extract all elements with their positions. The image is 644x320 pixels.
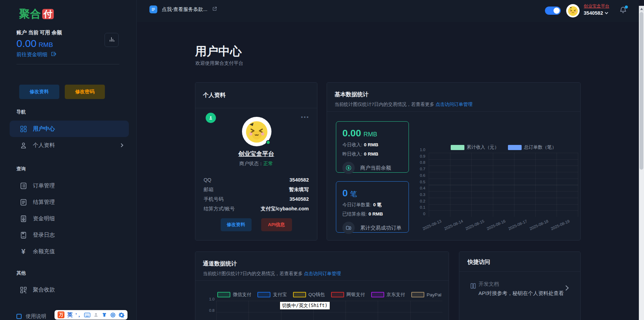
sidebar-item-login-log[interactable]: 登录日志 <box>10 227 129 243</box>
y-tick-label: 0.5 <box>420 180 425 184</box>
income-amount: 0.00 <box>342 128 361 138</box>
chevron-down-icon <box>605 11 608 14</box>
sidebar-nav: 导航用户中心个人资料查询订单管理结算管理资金明细登录日志¥余额充值其他聚合收款 <box>0 0 136 320</box>
profile-row: QQ3540582 <box>204 175 309 185</box>
y-tick-label: 0.6 <box>420 173 425 177</box>
y-tick-label: 0.1 <box>420 205 425 209</box>
toggle-knob <box>554 8 560 14</box>
topbar: 点我-查看服务条款... 创业宝盒平台 3540582 <box>137 0 639 22</box>
legend-item: 微信支付 <box>217 292 251 298</box>
legend-item: 支付宝 <box>257 292 287 298</box>
legend-swatch <box>508 145 522 150</box>
basic-chart-legend: 累计收入（元）总订单数（笔） <box>429 144 578 150</box>
page-subtitle: 欢迎使用聚合支付平台 <box>195 60 243 66</box>
manual-icon <box>16 314 22 319</box>
notification-badge <box>625 5 628 9</box>
stats-card-subtitle: 当前统计图仅统计7日内的交易情况，若查看更多 点击访问订单管理 <box>335 101 580 108</box>
sidebar-section-label: 导航 <box>16 109 26 115</box>
ime-language-indicator[interactable]: 英 <box>67 311 73 319</box>
profile-row: 邮箱暂未填写 <box>204 185 309 194</box>
y-tick-label: 0 <box>423 212 425 216</box>
gear-icon[interactable] <box>119 312 124 318</box>
sidebar-item-orders[interactable]: 订单管理 <box>10 177 129 194</box>
profile-card-title: 个人资料 <box>203 92 226 98</box>
terms-link[interactable]: 点我-查看服务条款... <box>149 5 218 13</box>
legend-swatch <box>411 292 424 297</box>
keyboard-icon[interactable] <box>84 312 90 318</box>
channel-card-title: 通道数据统计 <box>203 260 237 267</box>
stats-card-title: 基本数据统计 <box>335 91 368 97</box>
legend-item: 网银支付 <box>331 292 365 298</box>
channel-card-subtitle: 当前统计图仅统计7日内的交易情况，若查看更多 点击访问订单管理 <box>203 271 449 277</box>
y-tick-label: 0.4 <box>420 186 425 190</box>
merchant-id: 3540582 <box>584 10 603 16</box>
arrow-up-icon <box>640 8 643 10</box>
theme-toggle[interactable] <box>545 7 561 15</box>
sidebar: 聚合 付 账户 当前 可用 余额 0.00RMB 前往资金明细 修改资料 修改密… <box>0 0 137 320</box>
scrollbar-thumb[interactable] <box>640 12 643 170</box>
edit-profile-button[interactable]: 修改资料 <box>221 218 252 231</box>
orders-link[interactable]: 点击访问订单管理 <box>436 102 473 107</box>
profile-row: 手机号码3540582 <box>204 194 309 204</box>
ime-punctuation-indicator[interactable]: ’， <box>75 312 81 318</box>
sidebar-item-manual[interactable]: 使用说明 <box>16 313 46 320</box>
scroll-up-button[interactable] <box>639 6 644 12</box>
notification-bell[interactable] <box>619 5 628 15</box>
settle-list-icon <box>19 198 27 206</box>
sidebar-section-label: 查询 <box>16 166 26 172</box>
legend-item: 累计收入（元） <box>451 144 499 150</box>
wallet-export-icon <box>342 222 355 234</box>
api-info-button[interactable]: API信息 <box>261 218 292 231</box>
legend-swatch <box>331 292 344 297</box>
order-list-icon <box>19 182 27 190</box>
yen-icon: ¥ <box>19 247 27 256</box>
orders-link[interactable]: 点击访问订单管理 <box>304 271 341 276</box>
more-options-icon[interactable]: ••• <box>301 114 309 120</box>
orders-stat-box: 0笔 今日订单数量:0 笔 已结算余额:0 RMB 累计交易成功订单 <box>336 181 409 233</box>
book-icon <box>470 282 477 291</box>
dollar-circle-icon <box>342 162 355 174</box>
merchant-status: 商户状态：正常 <box>195 161 317 167</box>
dashboard-icon <box>19 125 27 133</box>
channel-chart-legend: 微信支付支付宝QQ钱包网银支付京东支付PayPal <box>216 292 442 298</box>
user-icon <box>19 141 27 149</box>
ime-mode-tooltip: 切换中/英文(Shift) <box>280 301 330 310</box>
sidebar-item-profile[interactable]: 个人资料 <box>10 137 129 153</box>
dev-docs-item[interactable]: 开发文档 API对接参考，秘钥在个人资料处查看 <box>459 272 580 309</box>
legend-item: PayPal <box>411 292 441 298</box>
legend-swatch <box>257 292 270 297</box>
avatar[interactable] <box>566 4 580 17</box>
profile-card: 个人资料 ••• 创业宝盒平台 商户状态：正常 QQ3540582邮箱暂未填写手… <box>195 82 317 241</box>
user-icon[interactable] <box>93 312 99 318</box>
merchant-avatar <box>242 117 271 146</box>
screen: 聚合 付 账户 当前 可用 余额 0.00RMB 前往资金明细 修改资料 修改密… <box>0 0 644 320</box>
income-stat-box: 0.00RMB 今日收入:0 RMB 昨日收入:0 RMB 商户当前余额 <box>336 121 409 173</box>
y-tick-label: 0.3 <box>420 193 425 197</box>
chevron-right-icon <box>563 285 569 291</box>
document-icon <box>149 5 157 13</box>
merchant-name: 创业宝盒平台 <box>195 150 317 158</box>
skin-shirt-icon[interactable] <box>101 312 107 318</box>
ime-logo-icon[interactable]: 万 <box>58 311 64 318</box>
legend-item: 总订单数（笔） <box>508 144 557 150</box>
ime-toolbar[interactable]: 万 英 ’， <box>54 310 127 320</box>
sidebar-item-funds[interactable]: 资金明细 <box>10 210 129 227</box>
sidebar-item-settlement[interactable]: 结算管理 <box>10 194 129 210</box>
legend-swatch <box>371 292 384 297</box>
merchant-menu[interactable]: 创业宝盒平台 3540582 <box>584 3 609 16</box>
status-dot <box>266 140 270 145</box>
y-tick-label: 1.0 <box>209 297 215 301</box>
wheel-icon[interactable] <box>110 312 116 318</box>
y-tick-label: 1.0 <box>420 148 425 152</box>
sidebar-item-aggregate-collect[interactable]: 聚合收款 <box>10 282 129 298</box>
page-scrollbar[interactable] <box>639 6 644 320</box>
quick-card-title: 快捷访问 <box>467 259 490 265</box>
orders-amount: 0 <box>342 188 348 198</box>
profile-rows: QQ3540582邮箱暂未填写手机号码3540582结算方式/账号支付宝/cyb… <box>204 175 309 213</box>
quick-access-card: 快捷访问 开发文档 API对接参考，秘钥在个人资料处查看 <box>459 251 581 320</box>
sidebar-item-user-center[interactable]: 用户中心 <box>10 121 129 137</box>
emoji-avatar <box>567 5 579 17</box>
dev-docs-title: 开发文档 <box>478 281 499 287</box>
profile-row: 结算方式/账号支付宝/cybaohe.com <box>204 204 309 213</box>
sidebar-item-recharge[interactable]: ¥余额充值 <box>10 243 129 260</box>
